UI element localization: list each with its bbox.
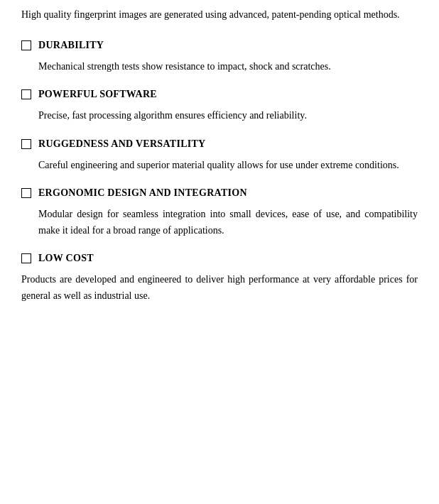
feature-header-powerful-software: POWERFUL SOFTWARE: [21, 89, 418, 100]
feature-header-durability: DURABILITY: [21, 40, 418, 51]
feature-description-durability: Mechanical strength tests show resistanc…: [38, 58, 418, 75]
feature-title-low-cost: LOW COST: [38, 253, 94, 264]
feature-title-powerful-software: POWERFUL SOFTWARE: [38, 89, 157, 100]
feature-header-ergonomic: ERGONOMIC DESIGN AND INTEGRATION: [21, 187, 418, 199]
feature-section-ergonomic: ERGONOMIC DESIGN AND INTEGRATIONModular …: [21, 187, 418, 239]
feature-title-durability: DURABILITY: [38, 40, 104, 51]
feature-title-ruggedness: RUGGEDNESS AND VERSATILITY: [38, 138, 206, 150]
feature-description-powerful-software: Precise, fast processing algorithm ensur…: [38, 107, 418, 124]
feature-description-low-cost: Products are developed and engineered to…: [21, 271, 418, 304]
feature-section-powerful-software: POWERFUL SOFTWAREPrecise, fast processin…: [21, 89, 418, 124]
feature-description-ruggedness: Careful engineering and superior materia…: [38, 157, 418, 173]
checkbox-icon: [21, 139, 31, 149]
feature-header-low-cost: LOW COST: [21, 253, 418, 264]
checkbox-icon: [21, 188, 31, 198]
feature-description-ergonomic: Modular design for seamless integration …: [38, 206, 418, 239]
checkbox-icon: [21, 40, 31, 50]
feature-section-ruggedness: RUGGEDNESS AND VERSATILITYCareful engine…: [21, 138, 418, 173]
checkbox-icon: [21, 253, 31, 263]
feature-header-ruggedness: RUGGEDNESS AND VERSATILITY: [21, 138, 418, 150]
feature-section-low-cost: LOW COSTProducts are developed and engin…: [21, 253, 418, 304]
checkbox-icon: [21, 89, 31, 99]
feature-section-durability: DURABILITYMechanical strength tests show…: [21, 40, 418, 75]
intro-paragraph: High quality fingerprint images are gene…: [21, 7, 418, 23]
feature-title-ergonomic: ERGONOMIC DESIGN AND INTEGRATION: [38, 187, 247, 199]
